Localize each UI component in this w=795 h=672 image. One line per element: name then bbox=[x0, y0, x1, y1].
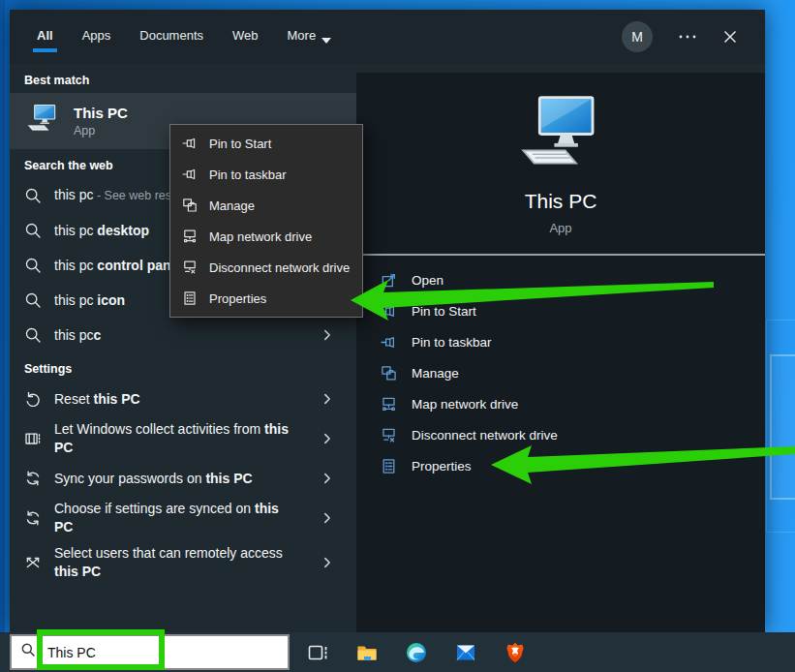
taskbar-search-box[interactable]: This PC bbox=[10, 634, 290, 670]
tab-label: Documents bbox=[139, 28, 203, 43]
properties-icon bbox=[182, 290, 198, 306]
search-header: AllAppsDocumentsWebMore M bbox=[10, 10, 765, 64]
chevron-right-icon bbox=[321, 432, 334, 445]
preview-subtitle: App bbox=[549, 221, 571, 235]
label: Pin to Start bbox=[412, 302, 476, 321]
label: Map network drive bbox=[412, 395, 518, 413]
tab-label: Apps bbox=[82, 28, 111, 43]
sync-icon bbox=[24, 509, 42, 527]
disconnect-icon bbox=[381, 427, 397, 443]
wallpaper-window-glow bbox=[770, 354, 795, 500]
more-options-button[interactable] bbox=[678, 34, 697, 40]
tab-all[interactable]: All bbox=[35, 22, 55, 52]
properties-icon bbox=[381, 458, 397, 474]
context-menu: Pin to StartPin to taskbarManageMap netw… bbox=[169, 124, 363, 318]
mapdrive-icon bbox=[381, 396, 397, 412]
context-menu-item[interactable]: Pin to Start bbox=[170, 128, 362, 159]
context-menu-item[interactable]: Disconnect network drive bbox=[170, 252, 362, 283]
settings-results-list: Reset this PCLet Windows collect activit… bbox=[10, 382, 356, 585]
label: Pin to taskbar bbox=[209, 166, 287, 184]
search-flyout-panel: AllAppsDocumentsWebMore M Best match Thi… bbox=[10, 10, 765, 632]
label: Reset this PC bbox=[54, 390, 140, 409]
label: Properties bbox=[412, 457, 472, 475]
preview-action-row[interactable]: Map network drive bbox=[356, 388, 765, 419]
label: this pc control panel bbox=[54, 257, 182, 275]
search-icon bbox=[24, 291, 42, 309]
chevron-right-icon bbox=[321, 556, 334, 569]
label: Map network drive bbox=[209, 228, 312, 246]
avatar[interactable]: M bbox=[622, 21, 653, 52]
web-suggestion-row[interactable]: this pcc bbox=[10, 318, 356, 352]
best-match-section-label: Best match bbox=[10, 64, 356, 93]
open-icon bbox=[381, 272, 397, 289]
pin-icon bbox=[182, 167, 198, 182]
label: Open bbox=[412, 271, 443, 290]
label: Pin to taskbar bbox=[412, 333, 492, 351]
settings-result-row[interactable]: Let Windows collect activities from this… bbox=[10, 416, 356, 461]
preview-actions-list: OpenPin to StartPin to taskbarManageMap … bbox=[356, 264, 765, 481]
tab-label: Web bbox=[232, 28, 259, 43]
mapdrive-icon bbox=[182, 229, 198, 244]
preview-action-row[interactable]: Open bbox=[356, 264, 765, 295]
chevron-down-icon bbox=[321, 32, 331, 38]
context-menu-item[interactable]: Properties bbox=[170, 283, 362, 314]
tab-apps[interactable]: Apps bbox=[80, 22, 113, 52]
label: Sync your passwords on this PC bbox=[54, 470, 253, 488]
preview-action-row[interactable]: Disconnect network drive bbox=[356, 419, 765, 450]
settings-result-row[interactable]: Choose if settings are synced on this PC bbox=[10, 496, 356, 540]
close-icon[interactable] bbox=[722, 29, 738, 45]
tab-documents[interactable]: Documents bbox=[138, 22, 205, 52]
tab-web[interactable]: Web bbox=[230, 22, 260, 52]
chevron-right-icon bbox=[321, 392, 334, 406]
settings-result-row[interactable]: Sync your passwords on this PC bbox=[10, 461, 356, 496]
pin-icon bbox=[381, 303, 397, 320]
label: Properties bbox=[209, 290, 266, 308]
pin-icon bbox=[182, 136, 198, 151]
label: Pin to Start bbox=[209, 135, 271, 153]
context-menu-item[interactable]: Manage bbox=[170, 190, 362, 221]
best-match-subtitle: App bbox=[74, 124, 128, 137]
search-icon bbox=[24, 326, 42, 344]
this-pc-icon-large bbox=[510, 94, 611, 176]
preview-action-row[interactable]: Manage bbox=[356, 357, 765, 388]
search-icon bbox=[24, 222, 42, 239]
search-icon bbox=[24, 187, 42, 204]
context-menu-item[interactable]: Map network drive bbox=[170, 221, 362, 252]
preview-title: This PC bbox=[525, 190, 597, 213]
settings-result-row[interactable]: Reset this PC bbox=[10, 382, 356, 416]
search-query-text: This PC bbox=[47, 645, 96, 660]
settings-section-label: Settings bbox=[10, 352, 356, 382]
file-explorer-icon[interactable] bbox=[355, 641, 379, 664]
settings-result-row[interactable]: Select users that can remotely access th… bbox=[10, 540, 356, 585]
desktop-edge-strip bbox=[0, 0, 5, 672]
label: this pcc bbox=[54, 326, 101, 345]
edge-browser-icon[interactable] bbox=[405, 641, 428, 664]
preview-action-row[interactable]: Pin to Start bbox=[356, 295, 765, 326]
label: Disconnect network drive bbox=[412, 426, 558, 444]
preview-divider bbox=[356, 254, 765, 256]
search-icon bbox=[24, 257, 42, 274]
remote-icon bbox=[24, 554, 42, 571]
label: this pc icon bbox=[54, 291, 125, 310]
taskbar-icons bbox=[306, 641, 527, 664]
disconnect-icon bbox=[182, 260, 198, 275]
label: Disconnect network drive bbox=[209, 259, 350, 277]
mail-app-icon[interactable] bbox=[454, 641, 477, 664]
context-menu-item[interactable]: Pin to taskbar bbox=[170, 159, 362, 190]
tab-label: More bbox=[288, 28, 317, 43]
task-view-icon[interactable] bbox=[306, 641, 329, 664]
taskbar: This PC bbox=[0, 632, 795, 672]
tab-label: All bbox=[37, 28, 53, 43]
search-filter-tabs: AllAppsDocumentsWebMore bbox=[10, 22, 333, 52]
label: Manage bbox=[209, 197, 255, 215]
preview-pane: This PC App OpenPin to StartPin to taskb… bbox=[356, 73, 765, 632]
best-match-title: This PC bbox=[74, 105, 128, 121]
reset-icon bbox=[24, 390, 42, 408]
tab-more[interactable]: More bbox=[286, 22, 334, 52]
brave-browser-icon[interactable] bbox=[504, 641, 527, 664]
label: Choose if settings are synced on this PC bbox=[54, 500, 298, 536]
pin-icon bbox=[381, 334, 397, 351]
label: Let Windows collect activities from this… bbox=[54, 420, 298, 457]
preview-action-row[interactable]: Properties bbox=[356, 450, 765, 481]
preview-action-row[interactable]: Pin to taskbar bbox=[356, 326, 765, 357]
